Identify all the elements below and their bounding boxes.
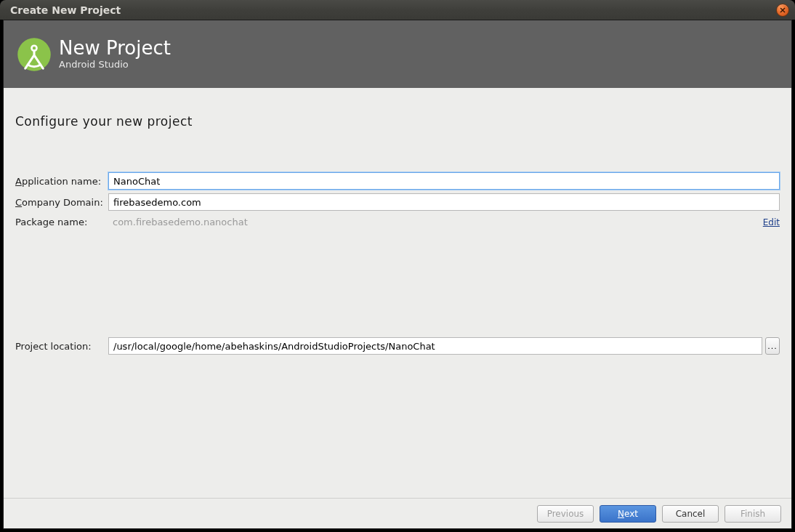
browse-location-button[interactable]: ... bbox=[765, 337, 780, 355]
wizard-content: Configure your new project Application n… bbox=[4, 88, 791, 498]
package-name-value: com.firebasedemo.nanochat bbox=[108, 214, 756, 230]
close-icon bbox=[780, 7, 786, 13]
edit-package-link[interactable]: Edit bbox=[763, 217, 780, 227]
wizard-footer: Previous Next Cancel Finish bbox=[4, 498, 791, 528]
android-studio-icon bbox=[14, 34, 55, 75]
row-package-name: Package name: com.firebasedemo.nanochat … bbox=[15, 214, 780, 230]
row-project-location: Project location: ... bbox=[15, 337, 780, 355]
project-location-input[interactable] bbox=[108, 337, 762, 355]
previous-button: Previous bbox=[537, 505, 594, 523]
label-application-name: Application name: bbox=[15, 176, 108, 187]
application-name-input[interactable] bbox=[108, 172, 780, 190]
label-company-domain: Company Domain: bbox=[15, 197, 108, 208]
row-application-name: Application name: bbox=[15, 172, 780, 190]
label-project-location: Project location: bbox=[15, 341, 108, 352]
company-domain-input[interactable] bbox=[108, 193, 780, 211]
window-title: Create New Project bbox=[10, 4, 776, 16]
header-subtitle: Android Studio bbox=[59, 59, 171, 70]
window-frame: Create New Project New Project Android S… bbox=[0, 0, 795, 532]
row-company-domain: Company Domain: bbox=[15, 193, 780, 211]
finish-button: Finish bbox=[725, 505, 781, 523]
cancel-button[interactable]: Cancel bbox=[662, 505, 719, 523]
header-title: New Project bbox=[59, 39, 171, 58]
wizard-header: New Project Android Studio bbox=[4, 20, 791, 88]
label-package-name: Package name: bbox=[15, 217, 108, 227]
window-titlebar[interactable]: Create New Project bbox=[0, 0, 795, 20]
next-button[interactable]: Next bbox=[600, 505, 656, 523]
section-title: Configure your new project bbox=[15, 114, 780, 129]
window-body: New Project Android Studio Configure you… bbox=[3, 20, 792, 529]
window-close-button[interactable] bbox=[776, 4, 789, 17]
